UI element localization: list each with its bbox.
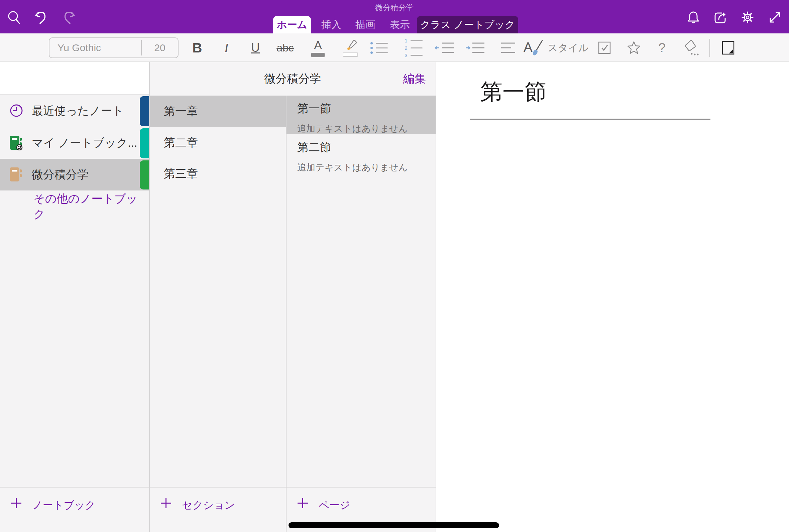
section-item-2[interactable]: 第二章 bbox=[150, 127, 286, 158]
bold-button[interactable]: B bbox=[189, 33, 206, 62]
underline-button[interactable]: U bbox=[247, 33, 264, 62]
undo-icon[interactable] bbox=[34, 10, 48, 25]
help-button[interactable]: ? bbox=[653, 33, 671, 62]
sidebar-item-my-notebook[interactable]: マイ ノートブック... bbox=[0, 127, 149, 159]
highlight-color-swatch bbox=[343, 53, 358, 57]
styles-icon: A bbox=[524, 39, 542, 56]
page-title-underline bbox=[470, 119, 710, 120]
styles-button[interactable]: A スタイル bbox=[524, 33, 590, 62]
sections-pages-divider[interactable] bbox=[286, 96, 286, 532]
plus-icon bbox=[11, 498, 22, 509]
indent-icon bbox=[465, 40, 486, 56]
notebook-icon-tan bbox=[10, 167, 23, 182]
pages-list: 第一節 追加テキストはありません 第二節 追加テキストはありません bbox=[286, 96, 436, 487]
tab-view[interactable]: 表示 bbox=[387, 16, 413, 33]
star-icon bbox=[626, 40, 641, 55]
page-view-icon bbox=[721, 40, 735, 55]
page-title[interactable]: 第一節 bbox=[481, 77, 547, 107]
highlighter-button[interactable] bbox=[341, 33, 360, 62]
bullet-list-button[interactable] bbox=[369, 33, 390, 62]
notebook-list: 最近使ったノート マイ ノートブック... 微分積分学 bbox=[0, 95, 149, 487]
fullscreen-expand-icon[interactable] bbox=[768, 10, 782, 25]
outdent-button[interactable] bbox=[435, 33, 455, 62]
sidebar-item-calculus[interactable]: 微分積分学 bbox=[0, 159, 149, 190]
tag-button[interactable] bbox=[682, 33, 703, 62]
star-tag-button[interactable] bbox=[625, 33, 642, 62]
home-indicator[interactable] bbox=[288, 522, 499, 528]
edit-button[interactable]: 編集 bbox=[403, 62, 426, 96]
page-content[interactable]: 第一節 bbox=[436, 62, 789, 532]
todo-checkbox-button[interactable] bbox=[596, 33, 613, 62]
font-name-value[interactable]: Yu Gothic bbox=[50, 42, 141, 54]
more-notebooks-link[interactable]: その他のノートブック bbox=[34, 190, 149, 222]
checkbox-icon bbox=[598, 41, 611, 55]
notifications-bell-icon[interactable] bbox=[686, 10, 701, 25]
plus-icon bbox=[161, 498, 171, 509]
tab-class-notebook[interactable]: クラス ノートブック bbox=[417, 16, 518, 33]
sidebar-item-recent-notes[interactable]: 最近使ったノート bbox=[0, 95, 149, 127]
window-title: 微分積分学 bbox=[0, 3, 789, 13]
tab-insert[interactable]: 挿入 bbox=[318, 16, 345, 33]
plus-icon bbox=[297, 498, 308, 509]
notebook-color-tab-green bbox=[140, 160, 149, 189]
sidebar-header bbox=[0, 62, 149, 95]
page-item-1[interactable]: 第一節 追加テキストはありません bbox=[286, 96, 436, 134]
tab-home[interactable]: ホーム bbox=[273, 16, 311, 33]
section-item-1[interactable]: 第一章 bbox=[150, 96, 286, 127]
page-item-2[interactable]: 第二節 追加テキストはありません bbox=[286, 134, 436, 173]
sidebar-divider[interactable] bbox=[149, 62, 150, 532]
top-bar: 微分積分学 ホーム 挿入 描画 表示 クラス ノートブック bbox=[0, 0, 789, 33]
font-size-value[interactable]: 20 bbox=[142, 42, 178, 54]
toolbar-divider bbox=[710, 39, 710, 57]
section-item-3[interactable]: 第三章 bbox=[150, 158, 286, 189]
tag-icon bbox=[683, 39, 702, 56]
notebook-title: 微分積分学 bbox=[150, 62, 436, 96]
settings-gear-icon[interactable] bbox=[740, 10, 755, 25]
font-color-swatch bbox=[311, 53, 325, 57]
format-toolbar: Yu Gothic 20 B I U abc A bbox=[0, 33, 789, 62]
numbered-list-button[interactable]: 1 2 3 bbox=[403, 33, 424, 62]
clock-icon bbox=[10, 104, 23, 117]
font-color-button[interactable]: A bbox=[309, 33, 326, 62]
tab-draw[interactable]: 描画 bbox=[352, 16, 379, 33]
redo-icon[interactable] bbox=[62, 10, 77, 25]
sections-list: 第一章 第二章 第三章 bbox=[150, 96, 286, 487]
notebook-icon-green bbox=[10, 135, 23, 150]
add-section-button[interactable]: セクション bbox=[150, 487, 286, 532]
notebook-color-tab-blue bbox=[140, 96, 149, 126]
italic-button[interactable]: I bbox=[218, 33, 235, 62]
onenote-app: 微分積分学 ホーム 挿入 描画 表示 クラス ノートブック bbox=[0, 0, 789, 532]
notebook-pane-header: 微分積分学 編集 bbox=[150, 62, 436, 96]
align-button[interactable] bbox=[498, 33, 519, 62]
highlighter-icon bbox=[343, 39, 358, 52]
notebook-color-tab-teal bbox=[140, 128, 149, 158]
outdent-icon bbox=[435, 40, 455, 56]
search-icon[interactable] bbox=[7, 10, 21, 25]
font-selector[interactable]: Yu Gothic 20 bbox=[49, 37, 179, 58]
page-view-button[interactable] bbox=[719, 33, 737, 62]
align-icon bbox=[501, 40, 516, 56]
share-icon[interactable] bbox=[712, 10, 727, 25]
strikethrough-button[interactable]: abc bbox=[275, 33, 295, 62]
indent-button[interactable] bbox=[465, 33, 486, 62]
add-notebook-button[interactable]: ノートブック bbox=[0, 487, 149, 532]
